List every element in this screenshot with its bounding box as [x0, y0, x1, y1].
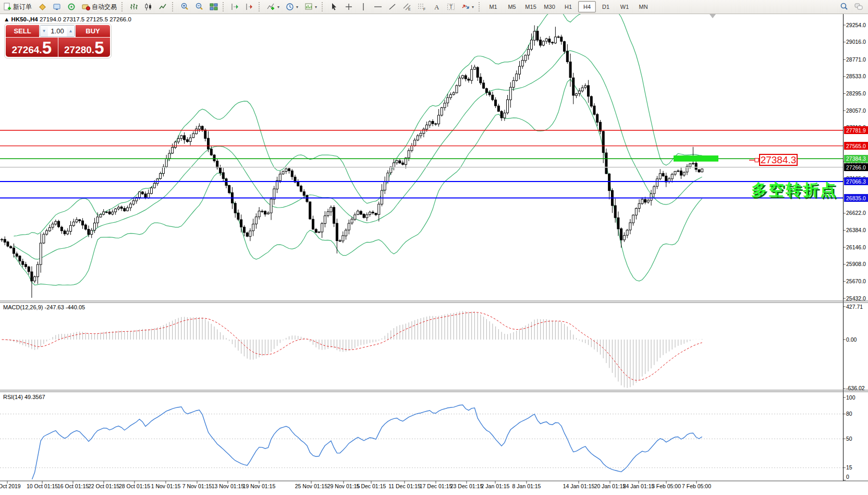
auto-scroll-button[interactable] — [228, 1, 242, 13]
price-line-label-27066.3: 27066.3 — [844, 177, 868, 185]
blue-monitor-icon — [53, 3, 61, 11]
autotrading-button-label: 自动交易 — [92, 3, 117, 11]
time-axis-label: 7 Nov 01:15 — [182, 483, 212, 489]
timeframe-button-w1[interactable]: W1 — [616, 1, 633, 13]
hline-button[interactable] — [371, 1, 385, 13]
bar-chart-button[interactable] — [127, 1, 141, 13]
trendline-icon — [388, 3, 397, 11]
macd-axis-tick: 0.00 — [846, 336, 868, 343]
cursor-icon — [330, 3, 338, 11]
price-axis-tick: 28533.0 — [846, 73, 868, 79]
rsi-window-plot-area[interactable] — [0, 392, 843, 480]
price-axis-tick: 26384.0 — [846, 227, 868, 233]
rsi-axis-tick: 15 — [846, 464, 868, 470]
new-order-button-label: 新订单 — [13, 3, 32, 11]
dropdown-arrow-icon[interactable]: ▾ — [277, 5, 279, 9]
trendline-button[interactable] — [386, 1, 399, 13]
vline-button[interactable] — [357, 1, 370, 13]
chat-button[interactable] — [852, 1, 865, 13]
timeframe-button-d1[interactable]: D1 — [597, 1, 615, 13]
time-axis-label: 5 Dec 01:15 — [357, 483, 386, 489]
zoom-out-button[interactable] — [192, 1, 206, 13]
cursor-button[interactable] — [327, 1, 341, 13]
window-separator-macd[interactable] — [0, 300, 868, 303]
dropdown-arrow-icon[interactable]: ▾ — [296, 5, 298, 9]
volume-decrease-button[interactable]: ▼ — [40, 26, 48, 37]
line-chart-icon — [159, 3, 167, 11]
tile-windows-button[interactable] — [207, 1, 221, 13]
time-axis-label: 20 Jan 01:15 — [594, 483, 626, 489]
line-chart-button[interactable] — [156, 1, 170, 13]
time-axis-label: 24 Jan 01:15 — [623, 483, 655, 489]
chart-shift-button[interactable] — [243, 1, 256, 13]
ohlc-values: 27194.0 27317.5 27125.5 27266.0 — [40, 16, 131, 22]
price-axis-tick: 26622.0 — [846, 210, 868, 216]
time-axis-label: 16 Oct 01:15 — [57, 483, 89, 489]
candle-chart-button[interactable] — [142, 1, 155, 13]
rsi-axis-tick: 100 — [846, 394, 868, 401]
signals-button[interactable] — [65, 1, 78, 13]
fibonacci-button[interactable]: F — [415, 1, 429, 13]
periods-button[interactable]: ▾ — [283, 1, 301, 13]
time-axis-label: 22 Oct 01:15 — [88, 483, 119, 489]
dropdown-arrow-icon[interactable]: ▾ — [472, 5, 474, 9]
vline-icon — [359, 3, 368, 11]
add-indicator-button[interactable]: ▾ — [264, 1, 282, 13]
doc-plus-icon — [3, 3, 11, 11]
text-label-button[interactable]: T — [444, 1, 458, 13]
price-axis-tick: 25432.0 — [846, 295, 868, 301]
new-order-button[interactable]: 新订单 — [1, 1, 34, 13]
fibo-icon: F — [418, 3, 426, 11]
volume-increase-button[interactable]: ▲ — [67, 26, 75, 37]
template-icon — [304, 3, 313, 11]
timeframe-button-mn[interactable]: MN — [634, 1, 652, 13]
time-axis-label: 2 Jan 01:15 — [481, 483, 510, 489]
zoom-in-button[interactable] — [178, 1, 191, 13]
macd-axis-tick: -636.02 — [846, 385, 868, 391]
price-tag-label[interactable]: 27384.3 — [759, 154, 798, 166]
macd-window-plot-area[interactable] — [0, 303, 843, 390]
window-separator-rsi[interactable] — [0, 389, 868, 392]
main-chart-plot-area[interactable] — [0, 14, 843, 301]
dropdown-arrow-icon[interactable]: ▾ — [315, 5, 317, 9]
text-label-icon: T — [447, 3, 455, 11]
templates-button[interactable]: ▾ — [302, 1, 320, 13]
search-button[interactable] — [837, 1, 851, 13]
chart-shift-icon — [246, 3, 254, 11]
text-button[interactable]: A — [430, 1, 443, 13]
channel-icon: E — [403, 3, 411, 11]
toolbar-separator — [479, 2, 482, 11]
svg-text:E: E — [408, 7, 411, 11]
green-signal-icon — [67, 3, 76, 11]
timeframe-button-m5[interactable]: M5 — [503, 1, 521, 13]
market-watch-button[interactable] — [50, 1, 64, 13]
channel-button[interactable]: E — [400, 1, 414, 13]
collapse-arrow-icon[interactable]: ▲ — [4, 16, 11, 22]
autotrading-button[interactable]: 自动交易 — [79, 1, 119, 13]
timeframe-button-h1[interactable]: H1 — [559, 1, 577, 13]
crosshair-button[interactable] — [342, 1, 356, 13]
svg-text:A: A — [434, 3, 439, 11]
timeframe-button-m1[interactable]: M1 — [484, 1, 502, 13]
sell-price[interactable]: 27264.5 — [6, 38, 58, 57]
time-axis-label: 3 Feb 05:00 — [652, 483, 681, 489]
toolbar-separator — [322, 2, 325, 11]
zoom-out-icon — [195, 3, 203, 11]
price-line-label-27266.0: 27266.0 — [844, 163, 868, 171]
auto-scroll-icon — [231, 3, 239, 11]
autotrade-icon — [82, 3, 90, 11]
shapes-button[interactable]: ▾ — [459, 1, 476, 13]
timeframe-button-m30[interactable]: M30 — [541, 1, 558, 13]
sell-button[interactable]: SELL — [6, 25, 39, 37]
shapes-icon — [461, 3, 470, 11]
buy-button[interactable]: BUY — [76, 25, 110, 37]
quotes-button[interactable] — [35, 1, 49, 13]
timeframe-button-m15[interactable]: M15 — [522, 1, 540, 13]
buy-price[interactable]: 27280.5 — [58, 38, 111, 57]
add-indicator-icon — [267, 3, 275, 11]
time-axis-label: 14 Jan 01:15 — [563, 483, 595, 489]
timeframe-button-h4[interactable]: H4 — [578, 1, 596, 13]
toolbar-separator — [223, 2, 226, 11]
chinese-annotation-text[interactable]: 多空转折点 — [751, 179, 837, 201]
volume-input[interactable] — [48, 26, 67, 37]
